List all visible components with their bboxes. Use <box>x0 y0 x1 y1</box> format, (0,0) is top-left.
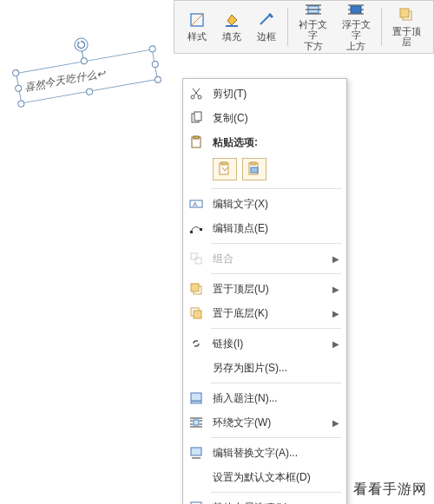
chevron-right-icon: ▶ <box>332 418 339 428</box>
menu-label: 另存为图片(S)... <box>213 361 339 376</box>
svg-rect-25 <box>200 228 202 231</box>
caption-icon <box>188 390 204 406</box>
menu-divider <box>211 492 341 493</box>
rotate-handle[interactable] <box>73 36 89 53</box>
menu-insert-caption[interactable]: 插入题注(N)... <box>183 386 346 410</box>
menu-divider <box>211 437 341 438</box>
menu-label: 设置为默认文本框(D) <box>213 470 339 485</box>
paste-options-row <box>183 154 346 186</box>
menu-set-default-textbox[interactable]: 设置为默认文本框(D) <box>183 465 346 489</box>
menu-label: 插入题注(N)... <box>213 391 339 406</box>
menu-cut[interactable]: 剪切(T) <box>183 82 346 106</box>
resize-handle-sw[interactable] <box>17 100 25 108</box>
fill-button[interactable]: 填充 <box>214 4 249 49</box>
svg-rect-29 <box>191 284 199 291</box>
svg-rect-34 <box>194 420 199 425</box>
svg-rect-16 <box>194 136 199 139</box>
chevron-right-icon: ▶ <box>332 339 339 349</box>
bring-front-icon <box>188 281 204 297</box>
menu-bring-front[interactable]: 置于顶层(U) ▶ <box>183 277 346 301</box>
menu-label: 复制(C) <box>213 111 339 126</box>
svg-rect-31 <box>194 311 201 318</box>
menu-label: 编辑替换文字(A)... <box>213 446 339 461</box>
svg-rect-32 <box>191 393 201 401</box>
link-icon <box>188 336 204 351</box>
selected-text-box[interactable]: 喜然今天吃什么↩ <box>16 49 158 103</box>
border-icon <box>258 11 275 29</box>
menu-label: 组合 <box>213 252 324 266</box>
svg-rect-26 <box>191 253 197 259</box>
chevron-right-icon: ▶ <box>332 285 339 294</box>
resize-handle-se[interactable] <box>154 75 161 83</box>
resize-handle-w[interactable] <box>15 84 23 92</box>
svg-rect-41 <box>191 448 201 455</box>
menu-label: 编辑文字(X) <box>213 197 339 212</box>
fill-icon <box>223 11 240 29</box>
menu-save-as-picture[interactable]: 另存为图片(S)... <box>183 356 346 380</box>
above-text-icon <box>347 3 365 16</box>
edit-text-icon: A <box>188 196 204 212</box>
menu-send-back[interactable]: 置于底层(K) ▶ <box>183 301 346 325</box>
svg-text:A: A <box>193 200 198 208</box>
svg-rect-8 <box>351 6 361 13</box>
context-menu: 剪切(T) 复制(C) 粘贴选项: A 编辑文字(X) 编辑顶点(E) <box>182 78 347 504</box>
cut-icon <box>188 86 204 101</box>
toolbar-separator <box>287 8 288 46</box>
behind-text-label: 衬于文字 下方 <box>297 19 329 52</box>
menu-divider <box>211 328 341 329</box>
svg-rect-27 <box>195 258 201 264</box>
menu-alt-text[interactable]: 编辑替换文字(A)... <box>183 441 346 465</box>
menu-divider <box>211 273 341 274</box>
svg-rect-0 <box>226 25 238 27</box>
menu-label: 链接(I) <box>213 337 324 351</box>
svg-rect-14 <box>194 112 201 121</box>
menu-label: 环绕文字(W) <box>213 416 324 430</box>
resize-handle-s[interactable] <box>85 88 93 95</box>
style-button[interactable]: 样式 <box>180 4 214 49</box>
menu-link[interactable]: 链接(I) ▶ <box>183 331 346 356</box>
menu-label: 置于顶层(U) <box>213 282 324 297</box>
paste-as-picture[interactable] <box>242 158 266 180</box>
menu-label: 粘贴选项: <box>213 135 339 150</box>
svg-rect-21 <box>251 167 258 173</box>
send-back-icon <box>188 305 204 321</box>
document-canvas[interactable]: 喜然今天吃什么↩ <box>9 35 182 121</box>
paste-keep-formatting[interactable] <box>213 158 237 180</box>
layout-icon <box>188 500 204 504</box>
alt-text-icon <box>188 445 204 461</box>
copy-icon <box>188 110 204 126</box>
menu-edit-text[interactable]: A 编辑文字(X) <box>183 192 346 216</box>
menu-label: 剪切(T) <box>213 87 339 101</box>
above-text-button[interactable]: 浮于文字 上方 <box>334 4 377 49</box>
blank-icon <box>188 360 204 376</box>
svg-rect-33 <box>191 402 201 403</box>
bring-front-icon <box>398 6 415 23</box>
blank-icon <box>188 469 204 485</box>
menu-divider <box>211 383 341 383</box>
menu-more-layout[interactable]: 其他布局选项(L)... <box>183 495 346 504</box>
behind-text-button[interactable]: 衬于文字 下方 <box>292 4 334 49</box>
fill-label: 填充 <box>222 31 241 43</box>
menu-group: 组合 ▶ <box>183 246 346 271</box>
border-button[interactable]: 边框 <box>249 4 284 49</box>
menu-copy[interactable]: 复制(C) <box>183 106 346 130</box>
resize-handle-n[interactable] <box>80 57 88 65</box>
resize-handle-e[interactable] <box>151 60 159 68</box>
svg-rect-10 <box>400 9 409 17</box>
edit-vertex-icon <box>188 220 204 236</box>
menu-wrap-text[interactable]: 环绕文字(W) ▶ <box>183 410 346 435</box>
resize-handle-ne[interactable] <box>148 45 156 53</box>
menu-label: 编辑顶点(E) <box>213 221 339 236</box>
menu-divider <box>211 188 341 189</box>
bring-front-label: 置于顶层 <box>391 26 423 48</box>
resize-handle-nw[interactable] <box>11 69 19 77</box>
menu-label: 置于底层(K) <box>213 306 324 321</box>
menu-label: 其他布局选项(L)... <box>213 501 339 505</box>
chevron-right-icon: ▶ <box>332 309 339 318</box>
bring-front-button[interactable]: 置于顶层 <box>385 4 428 49</box>
style-icon <box>188 11 206 29</box>
text-box-content: 喜然今天吃什么↩ <box>23 66 107 95</box>
svg-rect-24 <box>190 231 193 233</box>
above-text-label: 浮于文字 上方 <box>339 19 372 52</box>
menu-edit-vertex[interactable]: 编辑顶点(E) <box>183 216 346 240</box>
